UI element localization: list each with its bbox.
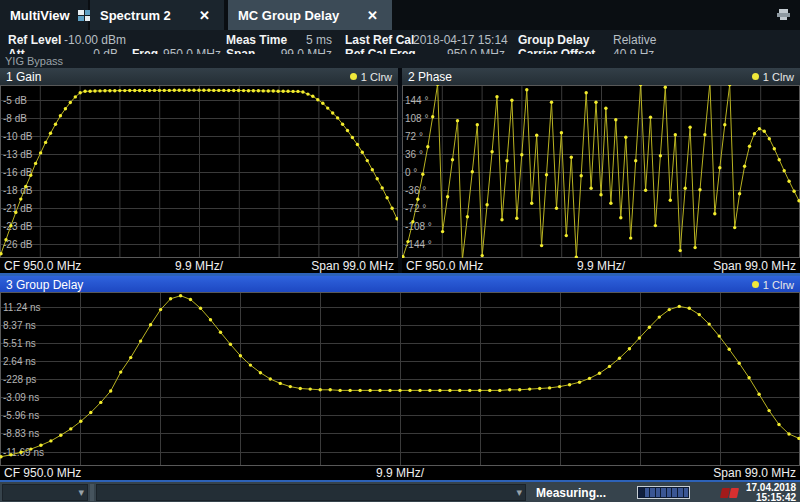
ref-level-value[interactable]: -10.00 dBm — [64, 33, 126, 47]
svg-text:-26 dB: -26 dB — [3, 239, 33, 250]
group-delay-x-axis: CF 950.0 MHz 9.9 MHz/ Span 99.0 MHz — [0, 466, 800, 480]
chevron-down-icon: ▾ — [516, 486, 522, 499]
phase-perdiv-label: 9.9 MHz/ — [402, 259, 800, 273]
gain-perdiv-label: 9.9 MHz/ — [0, 259, 398, 273]
svg-text:108 °: 108 ° — [405, 113, 428, 124]
phase-panel-header: 2 Phase 1 Clrw — [402, 68, 800, 85]
group-delay-perdiv-label: 9.9 MHz/ — [0, 466, 800, 480]
gain-trace-legend[interactable]: 1 Clrw — [350, 71, 392, 83]
gain-plot-area[interactable]: -5 dB-8 dB-10 dB-13 dB-16 dB-18 dB-21 dB… — [0, 85, 398, 258]
phase-plot-area[interactable]: 144 °108 °72 °36 °0 °-36 °-72 °-108 °-14… — [402, 85, 800, 258]
gain-legend-label: 1 Clrw — [361, 71, 392, 83]
group-delay-legend-label: 1 Clrw — [763, 279, 794, 291]
trace-color-icon — [752, 281, 759, 288]
time-text: 15:15:42 — [746, 493, 796, 502]
svg-text:-36 °: -36 ° — [405, 185, 426, 196]
trace-color-icon — [752, 73, 759, 80]
datetime-display: 17.04.2018 15:15:42 — [746, 483, 796, 502]
ref-level-label: Ref Level — [8, 33, 61, 47]
tab-multiview-label: MultiView — [10, 8, 70, 23]
phase-x-axis: CF 950.0 MHz 9.9 MHz/ Span 99.0 MHz — [402, 258, 800, 273]
record-status-icon — [720, 488, 739, 498]
status-bar: ▾ ▾ Measuring... 17.04.2018 15:15:42 — [0, 480, 800, 502]
channel-tab-bar: MultiView Spectrum 2 ✕ MC Group Delay ✕ — [0, 0, 800, 30]
close-icon[interactable]: ✕ — [363, 8, 382, 23]
group-delay-plot-area[interactable]: 11.24 ns8.37 ns5.51 ns2.64 ns-228 ps-3.0… — [0, 292, 800, 466]
meas-time-value[interactable]: 5 ms — [278, 33, 332, 47]
phase-trace-legend[interactable]: 1 Clrw — [752, 71, 794, 83]
status-bar-handle[interactable] — [90, 484, 94, 501]
svg-text:-11.69 ns: -11.69 ns — [3, 447, 44, 458]
svg-text:-10 dB: -10 dB — [3, 131, 33, 142]
status-dropdown-left[interactable]: ▾ — [2, 484, 88, 501]
group-delay-value[interactable]: Relative — [613, 33, 656, 47]
trace-color-icon — [350, 73, 357, 80]
group-delay-label: Group Delay — [518, 33, 589, 47]
status-dropdown-message[interactable]: ▾ — [96, 484, 526, 501]
tab-mc-group-delay-label: MC Group Delay — [238, 8, 339, 23]
svg-text:144 °: 144 ° — [405, 95, 428, 106]
svg-text:-8.83 ns: -8.83 ns — [3, 428, 39, 439]
svg-text:-8 dB: -8 dB — [3, 113, 27, 124]
svg-text:0 °: 0 ° — [405, 167, 417, 178]
svg-text:-23 dB: -23 dB — [3, 221, 33, 232]
yig-bypass-text: YIG Bypass — [5, 55, 63, 67]
group-delay-panel-title: 3 Group Delay — [6, 278, 83, 292]
svg-text:2.64 ns: 2.64 ns — [3, 356, 36, 367]
svg-text:-5 dB: -5 dB — [3, 95, 27, 106]
phase-legend-label: 1 Clrw — [763, 71, 794, 83]
group-delay-panel-header: 3 Group Delay 1 Clrw — [0, 276, 800, 293]
group-delay-trace-legend[interactable]: 1 Clrw — [752, 279, 794, 291]
svg-text:-21 dB: -21 dB — [3, 203, 33, 214]
svg-text:72 °: 72 ° — [405, 131, 423, 142]
svg-text:8.37 ns: 8.37 ns — [3, 320, 36, 331]
svg-text:-228 ps: -228 ps — [3, 374, 36, 385]
gain-panel-title: 1 Gain — [6, 70, 41, 84]
tab-multiview[interactable]: MultiView — [0, 0, 88, 30]
printer-icon[interactable] — [777, 9, 790, 20]
last-ref-cal-label: Last Ref Cal — [345, 33, 414, 47]
phase-panel-title: 2 Phase — [408, 70, 452, 84]
instrument-screen: MultiView Spectrum 2 ✕ MC Group Delay ✕ … — [0, 0, 800, 502]
tab-mc-group-delay[interactable]: MC Group Delay ✕ — [228, 0, 392, 30]
svg-text:-16 dB: -16 dB — [3, 167, 33, 178]
svg-text:11.24 ns: 11.24 ns — [3, 302, 41, 313]
svg-text:-18 dB: -18 dB — [3, 185, 33, 196]
svg-text:-108 °: -108 ° — [405, 221, 432, 232]
svg-text:36 °: 36 ° — [405, 149, 423, 160]
chevron-down-icon: ▾ — [78, 486, 84, 499]
multiview-grid-icon — [78, 10, 91, 21]
svg-text:-5.96 ns: -5.96 ns — [3, 410, 39, 421]
tab-spectrum-2-label: Spectrum 2 — [100, 8, 171, 23]
panel-divider — [398, 68, 402, 273]
svg-text:-3.09 ns: -3.09 ns — [3, 392, 39, 403]
progress-bar — [637, 486, 690, 499]
tab-spectrum-2[interactable]: Spectrum 2 ✕ — [90, 0, 224, 30]
gain-panel-header: 1 Gain 1 Clrw — [0, 68, 398, 85]
measuring-status-text: Measuring... — [536, 486, 606, 500]
gain-x-axis: CF 950.0 MHz 9.9 MHz/ Span 99.0 MHz — [0, 258, 398, 273]
close-icon[interactable]: ✕ — [195, 8, 214, 23]
svg-text:5.51 ns: 5.51 ns — [3, 338, 36, 349]
svg-text:-13 dB: -13 dB — [3, 149, 33, 160]
last-ref-cal-value[interactable]: 2018-04-17 15:14 — [413, 33, 508, 47]
